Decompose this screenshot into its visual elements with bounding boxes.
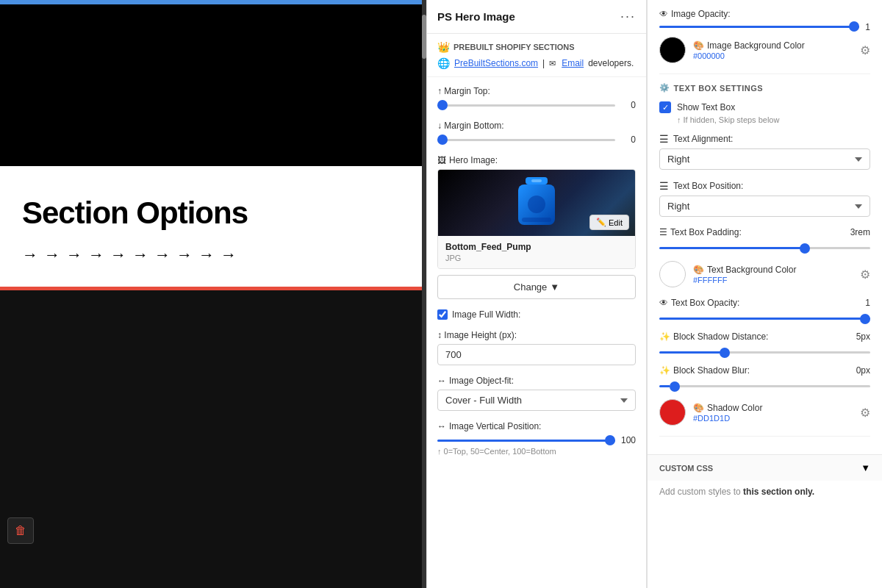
image-objectfit-label: ↔ Image Object-fit: [437, 376, 636, 386]
shadow-color-swatch[interactable] [659, 399, 686, 426]
image-height-label: ↕ Image Height (px): [437, 330, 636, 340]
text-box-padding-setting: ☰ Text Box Padding: 3rem [659, 227, 870, 257]
image-vertical-setting: ↔ Image Vertical Position: 100 ↑ 0=Top, … [437, 421, 636, 456]
text-bg-color-row: 🎨 Text Background Color #FFFFFF ⚙ [659, 261, 870, 287]
text-bg-color-swatch[interactable] [659, 261, 686, 287]
change-image-button[interactable]: Change ▼ [437, 275, 636, 299]
custom-css-label: CUSTOM CSS [659, 464, 713, 473]
divider-1 [659, 74, 870, 74]
text-alignment-select[interactable]: Left Center Right [659, 148, 870, 170]
edit-image-button[interactable]: ✏️ Edit [589, 215, 629, 230]
image-opacity-slider[interactable] [659, 26, 859, 28]
margin-bottom-label: ↓ Margin Bottom: [437, 121, 636, 131]
shadow-color-row: 🎨 Shadow Color #DD1D1D ⚙ [659, 399, 870, 426]
delete-button[interactable]: 🗑 [7, 517, 34, 544]
margin-top-slider-row: 0 [437, 100, 636, 110]
shadow-color-hex: #DD1D1D [693, 414, 853, 423]
margin-bottom-slider-row: 0 [437, 135, 636, 145]
paint-icon-1: 🎨 [693, 40, 704, 51]
position-icon: ☰ [659, 180, 669, 192]
preview-black-top [0, 4, 426, 166]
svg-point-3 [528, 196, 545, 213]
image-type: JPG [445, 254, 628, 262]
block-shadow-distance-slider[interactable] [659, 351, 870, 354]
settings-body: ↑ Margin Top: 0 ↓ Margin Bottom: 0 🖼 Her… [427, 77, 646, 475]
crown-icon: 👑 [437, 41, 450, 53]
image-name: Bottom_Feed_Pump [445, 242, 628, 252]
block-shadow-blur-label: ✨ Block Shadow Blur: [659, 365, 750, 376]
text-box-opacity-slider[interactable] [659, 318, 870, 320]
hero-image-section: 🖼 Hero Image: [437, 155, 636, 299]
image-icon: 🖼 [437, 155, 446, 165]
image-full-width-checkbox[interactable] [437, 309, 448, 320]
resize-icon: ↔ [437, 376, 446, 386]
image-bg-color-hex: #000000 [693, 51, 853, 60]
text-box-position-select[interactable]: Left Center Right [659, 196, 870, 217]
preview-black-bottom [0, 290, 426, 437]
sparkle-icon-2: ✨ [659, 365, 670, 376]
email-link[interactable]: Email [562, 58, 584, 68]
image-opacity-label: 👁 Image Opacity: [659, 9, 731, 19]
text-box-position-select-wrapper: Left Center Right [659, 196, 870, 217]
text-box-padding-header: ☰ Text Box Padding: 3rem [659, 227, 870, 237]
custom-css-chevron: ▼ [861, 462, 870, 473]
globe-icon: 🌐 [437, 57, 450, 69]
block-shadow-distance-value: 5px [856, 331, 870, 342]
preview-arrows: →→→→→→→→→→ [22, 245, 401, 265]
hero-image-preview: ✏️ Edit Bottom_Feed_Pump JPG [437, 169, 636, 269]
text-bg-stack-icon[interactable]: ⚙ [860, 268, 870, 282]
settings-panel: PS Hero Image ··· 👑 PREBUILT SHOPIFY SEC… [426, 0, 647, 588]
prebuilt-section: 👑 PREBUILT SHOPIFY SECTIONS 🌐 PreBuiltSe… [427, 34, 646, 77]
prebuilt-links: 🌐 PreBuiltSections.com | ✉ Email develop… [437, 57, 636, 69]
text-bg-color-label: 🎨 Text Background Color [693, 265, 853, 275]
text-box-position-setting: ☰ Text Box Position: Left Center Right [659, 180, 870, 217]
text-box-opacity-value: 1 [865, 298, 870, 308]
show-text-box-label: Show Text Box [677, 102, 735, 112]
text-bg-color-hex: #FFFFFF [693, 276, 853, 284]
block-shadow-blur-header: ✨ Block Shadow Blur: 0px [659, 365, 870, 376]
image-full-width-row: Image Full Width: [437, 309, 636, 320]
block-shadow-blur-value: 0px [856, 365, 870, 376]
image-vertical-note: ↑ 0=Top, 50=Center, 100=Bottom [437, 447, 636, 456]
block-shadow-blur-slider[interactable] [659, 385, 870, 387]
shadow-color-info: 🎨 Shadow Color #DD1D1D [693, 403, 853, 423]
show-text-box-checkbox[interactable]: ✓ [659, 101, 671, 113]
preview-section-title: Section Options [22, 196, 401, 231]
image-vertical-label: ↔ Image Vertical Position: [437, 421, 636, 431]
sparkle-icon-1: ✨ [659, 331, 670, 342]
image-height-input[interactable] [437, 344, 636, 365]
panel-menu-button[interactable]: ··· [620, 9, 636, 24]
margin-top-label: ↑ Margin Top: [437, 86, 636, 96]
image-vertical-slider[interactable] [437, 440, 615, 442]
image-bg-color-info: 🎨 Image Background Color #000000 [693, 40, 853, 60]
image-bg-color-swatch[interactable] [659, 37, 686, 63]
prebuilt-label: 👑 PREBUILT SHOPIFY SECTIONS [437, 41, 636, 53]
image-opacity-header: 👁 Image Opacity: [659, 9, 870, 19]
margin-bottom-setting: ↓ Margin Bottom: 0 [437, 121, 636, 145]
margin-top-slider[interactable] [437, 104, 615, 107]
image-vertical-slider-row: 100 [437, 435, 636, 445]
chevron-down-icon: ▼ [550, 282, 559, 293]
text-bg-color-info: 🎨 Text Background Color #FFFFFF [693, 265, 853, 284]
show-text-box-row: ✓ Show Text Box ↑ If hidden, Skip steps … [659, 101, 870, 124]
panel-title: PS Hero Image [437, 10, 515, 23]
image-info: Bottom_Feed_Pump JPG [438, 236, 635, 268]
site-link[interactable]: PreBuiltSections.com [454, 58, 538, 68]
text-alignment-select-wrapper: Left Center Right [659, 148, 870, 170]
margin-bottom-slider[interactable] [437, 139, 615, 141]
shadow-stack-icon[interactable]: ⚙ [860, 406, 870, 420]
text-box-settings-title: ⚙️ TEXT BOX SETTINGS [659, 83, 870, 93]
svg-rect-2 [531, 179, 542, 182]
svg-rect-4 [522, 218, 551, 222]
edit-label: Edit [609, 218, 623, 227]
custom-css-header[interactable]: CUSTOM CSS ▼ [648, 454, 882, 481]
show-text-box-note: ↑ If hidden, Skip steps below [659, 115, 870, 124]
shadow-color-label: 🎨 Shadow Color [693, 403, 853, 413]
text-box-padding-label: ☰ Text Box Padding: [659, 227, 742, 237]
block-shadow-distance-header: ✨ Block Shadow Distance: 5px [659, 331, 870, 342]
image-objectfit-select[interactable]: Cover - Full Width Contain Fill None [437, 390, 636, 411]
image-bg-stack-icon[interactable]: ⚙ [860, 43, 870, 57]
align-icon: ☰ [659, 133, 669, 145]
image-objectfit-setting: ↔ Image Object-fit: Cover - Full Width C… [437, 376, 636, 411]
text-box-padding-slider[interactable] [659, 247, 870, 249]
